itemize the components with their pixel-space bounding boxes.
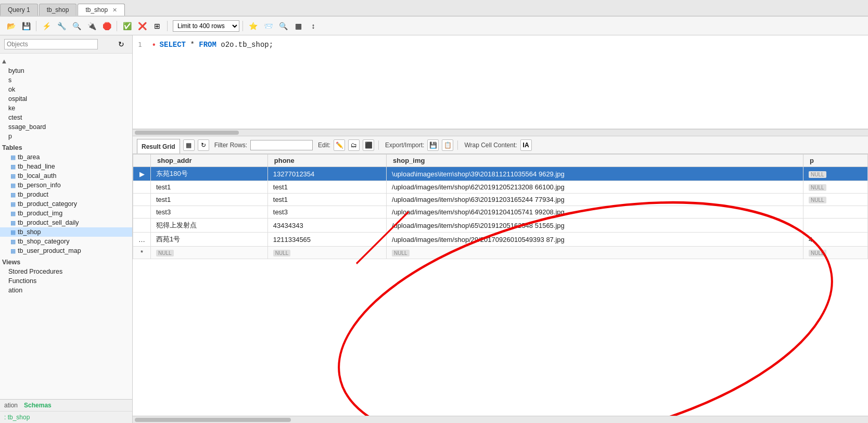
sidebar-refresh-button[interactable]: ↻: [114, 37, 128, 51]
wrap-button[interactable]: IA: [520, 139, 532, 151]
cell-shop-img[interactable]: /upload/images/item/shop\64\201912041057…: [387, 206, 803, 219]
sidebar-table-tb-person-info[interactable]: ▦ tb_person_info: [0, 181, 132, 190]
connect-button[interactable]: 🔌: [85, 19, 98, 33]
cell-phone-new[interactable]: NULL: [267, 247, 386, 259]
cell-p[interactable]: [803, 206, 868, 219]
cell-p[interactable]: NULL: [803, 167, 868, 181]
table-row[interactable]: … 西苑1号 1211334565 /upload/images/item/sh…: [133, 233, 868, 247]
cell-p-new[interactable]: NULL: [803, 247, 868, 259]
result-grid-tab[interactable]: Result Grid: [137, 139, 180, 153]
sql-code[interactable]: SELECT * FROM o2o.tb_shop;: [160, 41, 273, 49]
result-refresh-button[interactable]: ↻: [198, 139, 209, 151]
sidebar-tab-schemas[interactable]: Schemas: [24, 402, 52, 409]
cell-phone[interactable]: 1211334565: [267, 233, 386, 247]
data-grid[interactable]: shop_addr phone shop_img p ▶ 东苑180号 1327…: [133, 154, 868, 416]
cell-shop-addr[interactable]: test1: [151, 194, 268, 206]
cell-shop-addr[interactable]: 西苑1号: [151, 233, 268, 247]
cell-shop-img-new[interactable]: NULL: [387, 247, 803, 259]
sidebar-table-tb-product-sell-daily[interactable]: ▦ tb_product_sell_daily: [0, 218, 132, 227]
objects-search-input[interactable]: [4, 39, 98, 49]
export-button[interactable]: 💾: [427, 139, 439, 151]
cell-p[interactable]: NULL: [803, 181, 868, 194]
sidebar-tab-ation[interactable]: ation: [4, 402, 18, 409]
cell-p[interactable]: [803, 219, 868, 233]
table-row[interactable]: 犯得上发射点 43434343 /upload/images/item/shop…: [133, 219, 868, 233]
cell-p[interactable]: NULL: [803, 194, 868, 206]
sidebar-item-ke[interactable]: ke: [0, 104, 132, 113]
limit-select[interactable]: Limit to 400 rowsDon't LimitLimit to 100…: [173, 20, 239, 32]
open-folder-button[interactable]: 📂: [4, 19, 18, 33]
cell-phone[interactable]: test3: [267, 206, 386, 219]
cell-phone[interactable]: test1: [267, 194, 386, 206]
sidebar-scroll-up[interactable]: ▲: [0, 56, 8, 66]
col-shop-addr[interactable]: shop_addr: [151, 155, 268, 167]
save-button[interactable]: 💾: [19, 19, 33, 33]
grid-button[interactable]: ⊞: [150, 19, 164, 33]
sidebar-table-tb-shop-category[interactable]: ▦ tb_shop_category: [0, 237, 132, 246]
cancel-button[interactable]: ❌: [135, 19, 149, 33]
table-row-new[interactable]: * NULL NULL NULL NULL: [133, 247, 868, 259]
sidebar-item-ok[interactable]: ok: [0, 85, 132, 94]
search-button[interactable]: 🔍: [70, 19, 83, 33]
sidebar-item-ospital[interactable]: ospital: [0, 94, 132, 104]
zoom-button[interactable]: 🔍: [276, 19, 290, 33]
tab-tbshop1[interactable]: tb_shop: [39, 4, 77, 16]
table-row[interactable]: ▶ 东苑180号 13277012354 \upload\images\item…: [133, 167, 868, 181]
edit-stop-button[interactable]: ⬛: [363, 139, 374, 151]
sidebar-item-p[interactable]: p: [0, 132, 132, 141]
sidebar-table-tb-area[interactable]: ▦ tb_area: [0, 152, 132, 162]
sidebar-item-s[interactable]: s: [0, 75, 132, 85]
result-grid-icon-button[interactable]: ▦: [183, 139, 195, 151]
execute-button[interactable]: ⚡: [40, 19, 53, 33]
sidebar-functions[interactable]: Functions: [0, 276, 132, 286]
cell-shop-addr[interactable]: test1: [151, 181, 268, 194]
import-button[interactable]: 📋: [442, 139, 453, 151]
sql-editor[interactable]: 1 • SELECT * FROM o2o.tb_shop;: [133, 35, 868, 129]
hscroll-bar[interactable]: [135, 131, 239, 135]
table-view-button[interactable]: ▦: [291, 19, 305, 33]
cell-shop-img[interactable]: \upload\images\item\shop\39\201811211035…: [387, 167, 803, 181]
sidebar-item-ssage-board[interactable]: ssage_board: [0, 122, 132, 132]
filter-rows-input[interactable]: [250, 140, 313, 150]
cell-shop-img[interactable]: /upload/images/item/shop\62\201912052132…: [387, 181, 803, 194]
table-row[interactable]: test1 test1 /upload/images/item/shop\62\…: [133, 181, 868, 194]
sidebar-table-tb-shop[interactable]: ▦ tb_shop: [0, 227, 132, 237]
sidebar-table-tb-product[interactable]: ▦ tb_product: [0, 190, 132, 199]
sidebar-table-tb-head-line[interactable]: ▦ tb_head_line: [0, 162, 132, 171]
editor-hscroll[interactable]: [133, 129, 868, 136]
edit-pencil-button[interactable]: ✏️: [334, 139, 345, 151]
stop-button[interactable]: 🛑: [100, 19, 113, 33]
tab-tbshop2[interactable]: tb_shop ✕: [78, 4, 125, 16]
cell-phone[interactable]: test1: [267, 181, 386, 194]
table-row[interactable]: test1 test1 /upload/images/item/shop\63\…: [133, 194, 868, 206]
cell-phone[interactable]: 13277012354: [267, 167, 386, 181]
sidebar-stored-procedures[interactable]: Stored Procedures: [0, 267, 132, 276]
table-row[interactable]: test3 test3 /upload/images/item/shop\64\…: [133, 206, 868, 219]
star-button[interactable]: ⭐: [246, 19, 260, 33]
send-button[interactable]: 📨: [261, 19, 275, 33]
cell-shop-addr-new[interactable]: NULL: [151, 247, 268, 259]
edit-table-button[interactable]: 🗂: [348, 139, 360, 151]
sidebar-ation[interactable]: ation: [0, 286, 132, 295]
explain-button[interactable]: 🔧: [55, 19, 68, 33]
col-shop-img[interactable]: shop_img: [387, 155, 803, 167]
cell-shop-addr[interactable]: 东苑180号: [151, 167, 268, 181]
sidebar-table-tb-product-category[interactable]: ▦ tb_product_category: [0, 199, 132, 209]
cell-shop-img[interactable]: /upload/images/item/shop/29/201709260105…: [387, 233, 803, 247]
export-button[interactable]: ↕: [307, 19, 320, 33]
col-phone[interactable]: phone: [267, 155, 386, 167]
sidebar-table-tb-product-img[interactable]: ▦ tb_product_img: [0, 209, 132, 218]
cell-phone[interactable]: 43434343: [267, 219, 386, 233]
check-button[interactable]: ✅: [120, 19, 134, 33]
sidebar-table-tb-local-auth[interactable]: ▦ tb_local_auth: [0, 171, 132, 181]
cell-p[interactable]: 4: [803, 233, 868, 247]
cell-shop-addr[interactable]: test3: [151, 206, 268, 219]
tab-query1[interactable]: Query 1: [0, 4, 38, 16]
sidebar-item-bytun[interactable]: bytun: [0, 66, 132, 75]
sidebar-item-ctest[interactable]: ctest: [0, 113, 132, 122]
result-hscroll[interactable]: [133, 416, 868, 423]
col-p[interactable]: p: [803, 155, 868, 167]
cell-shop-img[interactable]: /upload/images/item/shop\65\201912051625…: [387, 219, 803, 233]
sidebar-table-tb-user-product-map[interactable]: ▦ tb_user_product_map: [0, 246, 132, 255]
cell-shop-addr[interactable]: 犯得上发射点: [151, 219, 268, 233]
